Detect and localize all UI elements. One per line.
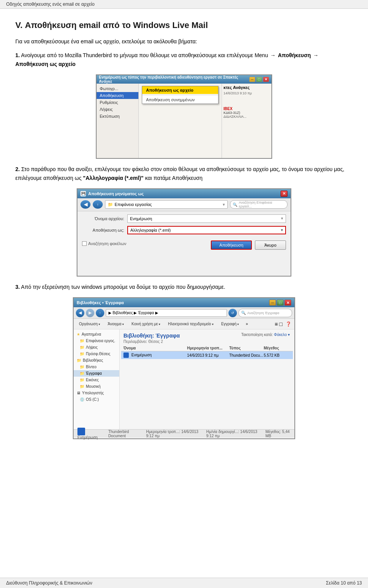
ss2-breadcrumb: 📁 Επιφάνεια εργασίας ▾	[105, 200, 228, 209]
ss1-titlebar-buttons: ─ □ ✕	[249, 77, 269, 82]
ss3-sidebar-item-drive[interactable]: 💿 OS (C:)	[74, 396, 119, 403]
screenshot-thunderbird-menu: Ενημέρωση ως τύπος την περιβαλλοντική αδ…	[96, 74, 272, 159]
ss3-sort-chevron[interactable]: ▾	[288, 333, 290, 337]
footer-left: Διεύθυνση Πληροφορικής & Επικοινωνιών	[6, 580, 92, 586]
ss3-file-date: 14/6/2013 9:12 πμ	[187, 353, 229, 357]
ss3-file-row[interactable]: Ενημέρωση 14/6/2013 9:12 πμ Thunderbird …	[121, 351, 293, 359]
ss3-folder-icon-8: 📁	[80, 384, 84, 389]
ss2-bottom-row: Αναζήτηση φακέλων Αποθήκευση Άκυρο	[82, 237, 286, 250]
ss3-folder-icon-4: 📁	[77, 358, 81, 362]
ss3-sidebar-item-libraries[interactable]: 📁 Βιβλιοθήκες	[74, 357, 119, 364]
ss3-sidebar: ★ Αγαπημένα 📁 Επιφάνεια εργος. 📁 Λήψεις …	[74, 329, 120, 429]
ss2-close-button[interactable]: ✕	[281, 191, 288, 197]
ss3-folder-icon-6: 📁	[80, 371, 84, 376]
ss2-search-icon: 🔍	[233, 203, 237, 207]
ss1-dropdown-item-1[interactable]: Αποθήκευση ως αρχείο	[142, 86, 218, 94]
ss3-titlebar-btns: ─ □ ✕	[269, 300, 291, 306]
ss2-filename-input[interactable]: Ενημέρωση ▾	[127, 214, 286, 223]
ss3-minimize-button[interactable]: ─	[269, 300, 276, 306]
step1-arrow1: →	[270, 51, 276, 59]
ss3-sidebar-item-desktop[interactable]: 📁 Επιφάνεια εργος.	[74, 338, 119, 344]
step3-number: 3.	[15, 284, 20, 290]
ss3-toolbar-organize[interactable]: Οργάνωση	[77, 321, 102, 327]
ss3-search-input[interactable]: 🔍 Αναζήτηση Έγγραφα	[238, 309, 292, 317]
ss3-col-date[interactable]: Ημερομηνία τροπ...	[187, 346, 229, 350]
ss2-checkbox[interactable]	[82, 241, 87, 246]
ss3-toolbar-record[interactable]: Εγγραφή	[219, 321, 241, 327]
ss1-menu-item-1[interactable]: Φωτογρ...	[97, 85, 138, 92]
ss3-toolbar-more-icon[interactable]: »	[246, 322, 248, 326]
ss1-dropdown-item-2[interactable]: Αποθήκευση συνημμένων	[142, 96, 218, 104]
ss3-sidebar-item-computer[interactable]: 🖥 Υπολογιστής	[74, 390, 119, 396]
ss1-menu-item-4[interactable]: Λήψεις	[97, 106, 138, 113]
ss2-up-button[interactable]: ↑	[93, 200, 103, 209]
ss3-sidebar-item-video[interactable]: 📁 Βίντεο	[74, 364, 119, 370]
ss3-help-icon[interactable]: ❓	[286, 321, 291, 327]
ss3-forward-button[interactable]: ▶	[86, 309, 94, 317]
ss3-status-app: Thunderbird Document	[108, 430, 140, 438]
ss1-titlebar: Ενημέρωση ως τύπος την περιβαλλοντική αδ…	[97, 75, 271, 84]
ss3-sidebar-item-downloads[interactable]: 📁 Λήψεις	[74, 344, 119, 351]
ss2-search-folders-label: Αναζήτηση φακέλων	[88, 241, 127, 246]
ss3-sidebar-item-pictures[interactable]: 📁 Εικόνες	[74, 377, 119, 383]
ss3-file-header: Όνομα Ημερομηνία τροπ... Τύπος Μέγεθος	[121, 345, 293, 351]
ss2-nav: ◀ ↑ 📁 Επιφάνεια εργασίας ▾ 🔍 Αναζήτηση Ε…	[77, 198, 291, 211]
ss3-status-icon: Ενημέρωση	[77, 428, 102, 440]
ss3-toolbar-email[interactable]: Ηλεκτρονικό ταχυδρομείο	[166, 321, 216, 327]
ss3-statusbar: Ενημέρωση Thunderbird Document Ημερομηνί…	[74, 429, 294, 438]
ss1-menu-item-3[interactable]: Ρυθμίσεις	[97, 99, 138, 106]
ss3-content: ★ Αγαπημένα 📁 Επιφάνεια εργος. 📁 Λήψεις …	[74, 329, 294, 429]
ss3-col-name[interactable]: Όνομα	[123, 346, 187, 350]
ss2-filename-value: Ενημέρωση	[130, 216, 152, 221]
ss3-col-size[interactable]: Μέγεθος	[264, 346, 291, 350]
ss2-body: Όνομα αρχείου: Ενημέρωση ▾ Αποθήκευση ως…	[77, 211, 291, 253]
ss1-code: ΚΔ63-31Ζ)	[223, 111, 270, 115]
ss1-title: Ενημέρωση ως τύπος την περιβαλλοντική αδ…	[99, 75, 249, 84]
ss2-cancel-button[interactable]: Άκυρο	[255, 240, 286, 250]
step3-content: Από την εξερεύνηση των windows μπορούμε …	[21, 284, 225, 290]
ss3-back-button[interactable]: ◀	[76, 309, 84, 317]
ss3-breadcrumb-text: ▶ Βιβλιοθήκες ▶ Έγγραφα ▶	[108, 311, 158, 315]
minimize-button[interactable]: ─	[249, 77, 255, 82]
ss3-folder-icon-2: 📁	[80, 345, 84, 349]
ss3-address-bar[interactable]: ▶ Βιβλιοθήκες ▶ Έγγραφα ▶	[106, 309, 227, 317]
ss1-main: Αποθήκευση ως αρχείο Αποθήκευση συνημμέν…	[139, 84, 222, 158]
ss1-menu-item-2[interactable]: Αποθήκευση	[97, 92, 138, 99]
ss3-sidebar-item-music[interactable]: 📁 Μουσική	[74, 383, 119, 390]
ss3-computer-icon: 🖥	[77, 391, 80, 395]
ss3-sidebar-item-favorites[interactable]: ★ Αγαπημένα	[74, 331, 119, 338]
ss3-maximize-button[interactable]: □	[277, 300, 284, 306]
ss2-filename-row: Όνομα αρχείου: Ενημέρωση ▾	[82, 214, 286, 223]
ss3-toolbar-share[interactable]: Κοινή χρήση με	[129, 321, 163, 327]
ss2-back-button[interactable]: ◀	[80, 200, 90, 209]
ss1-menu-item-5[interactable]: Εκτύπωση	[97, 113, 138, 120]
ss1-divider	[142, 95, 218, 95]
ss3-up-button[interactable]: ↑	[96, 309, 104, 317]
ss3-sort-area: Τακτοποίηση κατά: Φάκελο ▾	[238, 331, 293, 338]
ss3-file-type: Thunderbird Docu...	[229, 353, 264, 357]
ss3-sort-value[interactable]: Φάκελο	[274, 333, 287, 337]
ss3-col-type[interactable]: Τύπος	[229, 346, 264, 350]
ss3-sidebar-item-recent[interactable]: 📁 Πρόσφ.Θέσεις	[74, 351, 119, 357]
ss2-search[interactable]: 🔍 Αναζήτηση Επιφάνεια εργασί...	[230, 200, 288, 209]
ss2-chevron-icon: ▾	[223, 202, 225, 207]
ss2-save-button[interactable]: Αποθήκευση	[211, 240, 251, 250]
ss3-toolbar-open[interactable]: Άνοιγμα	[105, 321, 126, 327]
step1-menu1: Αποθήκευση	[278, 52, 311, 58]
step1-arrow2: →	[313, 51, 319, 59]
ss3-sidebar-item-documents[interactable]: 📁 Έγγραφα	[74, 370, 119, 377]
ss3-search-placeholder: Αναζήτηση Έγγραφα	[247, 311, 279, 315]
maximize-button[interactable]: □	[256, 77, 262, 82]
close-button[interactable]: ✕	[263, 77, 269, 82]
ss1-dropdown: Αποθήκευση ως αρχείο Αποθήκευση συνημμέν…	[142, 86, 219, 104]
step1-text: 1. Ανοίγουμε από το Mozilla Thunderbird …	[15, 51, 353, 68]
ss3-toolbar: Οργάνωση Άνοιγμα Κοινή χρήση με Ηλεκτρον…	[74, 319, 294, 329]
ss3-close-button[interactable]: ✕	[284, 300, 291, 306]
ss2-titlebar: 💾 Αποθήκευση μηνύματος ως ✕	[77, 189, 291, 198]
ss3-refresh-button[interactable]: ↺	[228, 309, 237, 317]
ss2-saveas-select[interactable]: Αλληλογραφία (*.eml)	[127, 226, 286, 234]
ss3-view-icons: ≡ □	[274, 321, 283, 327]
screenshot-save-dialog: 💾 Αποθήκευση μηνύματος ως ✕ ◀ ↑ 📁 Επιφάν…	[77, 188, 291, 277]
ss2-title: Αποθήκευση μηνύματος ως	[88, 191, 144, 196]
ss3-title: Βιβλιοθήκες • Έγγραφα	[77, 300, 124, 305]
